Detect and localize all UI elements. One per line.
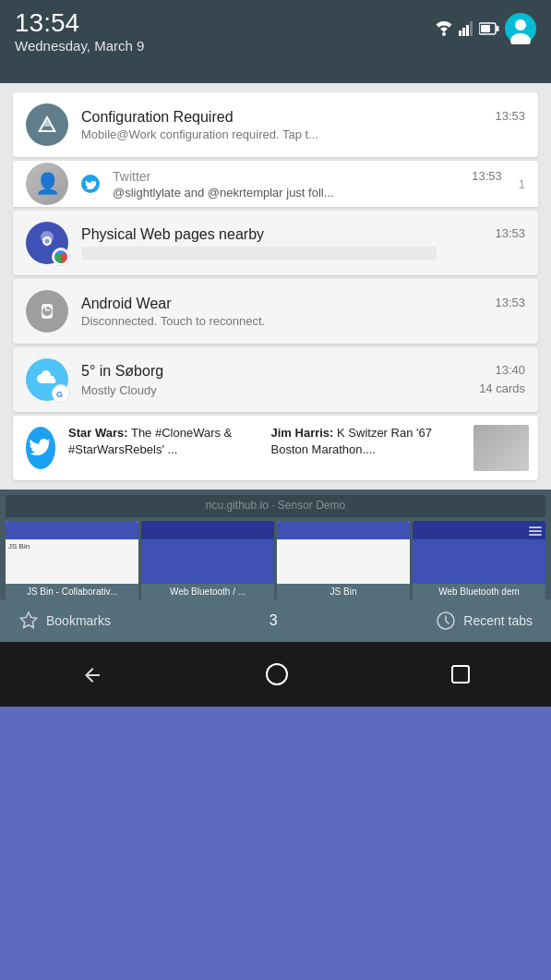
svg-rect-6: [497, 26, 499, 31]
notification-card-weather[interactable]: G 5° in Søborg 13:40 Mostly Cloudy 14 ca…: [13, 347, 538, 412]
tabs-container: ncu.github.io · Sensor Demo JS Bin JS Bi…: [0, 490, 551, 599]
config-title: Configuration Required: [81, 109, 487, 126]
bookmarks-button[interactable]: Bookmarks: [18, 611, 111, 631]
svg-point-9: [515, 19, 526, 30]
status-time: 13:54: [15, 9, 144, 38]
tab-thumb-3-header: [277, 521, 410, 539]
physweb-time: 13:53: [495, 226, 525, 240]
tab-thumb-1: JS Bin: [6, 521, 138, 584]
twitter-partial-time: 13:53: [472, 169, 502, 183]
tab-item-4[interactable]: Web Bluetooth dem: [413, 521, 545, 599]
twitter-partial-subtitle: @slightlylate and @nekrtemplar just foll…: [113, 186, 502, 200]
notification-card-twitter-double[interactable]: Star Wars: The #CloneWars & #StarWarsReb…: [13, 416, 538, 480]
tab-thumb-1-header: [6, 521, 138, 539]
notification-card-config[interactable]: Configuration Required 13:53 Mobile@Work…: [13, 92, 538, 157]
svg-rect-19: [47, 309, 50, 311]
battery-icon: [479, 22, 499, 35]
wifi-icon: [435, 21, 453, 36]
config-content: Configuration Required 13:53 Mobile@Work…: [81, 109, 525, 141]
svg-text:G: G: [56, 390, 63, 399]
notification-card-androidwear[interactable]: Android Wear 13:53 Disconnected. Touch t…: [13, 279, 538, 344]
twitter-col1: Star Wars: The #CloneWars & #StarWarsReb…: [68, 425, 262, 471]
androidwear-title: Android Wear: [81, 296, 487, 312]
svg-rect-18: [45, 307, 47, 311]
chrome-badge: [52, 248, 70, 266]
back-button[interactable]: [81, 662, 103, 686]
page-count: 3: [270, 612, 278, 629]
androidwear-subtitle: Disconnected. Touch to reconnect.: [81, 314, 525, 328]
tab-thumb-3: [277, 521, 410, 584]
weather-content: 5° in Søborg 13:40 Mostly Cloudy 14 card…: [81, 363, 525, 397]
weather-cards: 14 cards: [479, 381, 525, 395]
svg-point-0: [442, 32, 446, 36]
home-icon: [265, 662, 289, 686]
physweb-content: Physical Web pages nearby 13:53: [81, 226, 525, 260]
twitter-double-cols: Star Wars: The #CloneWars & #StarWarsReb…: [55, 416, 538, 480]
signal-icon: [459, 21, 473, 36]
tab-label-4: Web Bluetooth dem: [413, 584, 545, 599]
twitter-badge: [81, 175, 100, 193]
twitter-partial-avatar: 👤: [26, 163, 68, 205]
browser-bottom-bar: Bookmarks 3 Recent tabs: [0, 599, 551, 642]
recents-button[interactable]: [450, 664, 471, 684]
twitter-partial-title: Twitter: [113, 169, 464, 184]
nav-bar: [0, 642, 551, 707]
weather-time: 13:40: [495, 363, 525, 377]
tab-item-2[interactable]: Web Bluetooth / ...: [141, 521, 274, 599]
svg-rect-7: [481, 25, 490, 32]
twitter-col2-author: Jim Harris:: [271, 426, 334, 440]
config-subtitle: Mobile@Work configuration required. Tap …: [81, 127, 525, 141]
bookmarks-label: Bookmarks: [46, 613, 111, 628]
tab-thumb-1-content: JS Bin: [6, 539, 138, 554]
account-icon: [505, 13, 536, 44]
tab-list: JS Bin JS Bin - Collaborativ... Web Blue…: [6, 521, 545, 599]
home-button[interactable]: [265, 662, 289, 686]
tab-label-3: JS Bin: [277, 584, 410, 599]
svg-rect-2: [462, 28, 465, 36]
androidwear-time: 13:53: [495, 296, 525, 309]
status-date: Wednesday, March 9: [15, 38, 144, 54]
notification-card-twitter-partial[interactable]: 👤 Twitter 13:53 @slightlylate and @nekrt…: [13, 161, 538, 207]
google-badge: G: [52, 384, 70, 403]
tab-label-1: JS Bin - Collaborativ...: [6, 584, 138, 599]
tab-thumb-2: [141, 521, 274, 584]
status-bar: 13:54 Wednesday, March 9: [0, 0, 551, 83]
androidwear-content: Android Wear 13:53 Disconnected. Touch t…: [81, 296, 525, 328]
weather-icon: G: [26, 358, 68, 401]
twitter-small-icon: [81, 175, 100, 193]
tab-label-2: Web Bluetooth / ...: [141, 584, 274, 599]
config-icon: [26, 103, 68, 146]
mountain-icon: [34, 112, 60, 138]
status-icons: [435, 13, 536, 44]
tab-thumb-4-header: [413, 521, 545, 539]
watch-icon: [35, 299, 59, 323]
physweb-icon: [26, 222, 68, 264]
physweb-title: Physical Web pages nearby: [81, 226, 487, 243]
notification-card-physweb[interactable]: Physical Web pages nearby 13:53: [13, 211, 538, 275]
star-icon: [18, 611, 39, 631]
svg-rect-3: [466, 25, 469, 36]
tab-item-1[interactable]: JS Bin JS Bin - Collaborativ...: [6, 521, 138, 599]
clock-icon: [436, 611, 456, 631]
back-icon: [81, 664, 103, 686]
twitter-double-icon: [26, 427, 55, 469]
recents-icon: [450, 664, 471, 684]
tab-item-3[interactable]: JS Bin: [277, 521, 410, 599]
url-bar-area: ncu.github.io · Sensor Demo: [6, 495, 545, 517]
twitter-col-photo: [473, 425, 529, 471]
tab-thumb-2-header: [141, 521, 274, 539]
twitter-double-icon-container: [13, 416, 55, 480]
svg-rect-4: [470, 21, 473, 36]
physweb-extra: [81, 247, 437, 260]
twitter-count: 1: [519, 177, 525, 191]
recent-tabs-label: Recent tabs: [463, 613, 533, 628]
twitter-bird-icon: [29, 438, 53, 458]
weather-subtitle: Mostly Cloudy: [81, 383, 479, 397]
notifications-area: Configuration Required 13:53 Mobile@Work…: [0, 83, 551, 490]
svg-point-17: [42, 307, 52, 316]
svg-rect-1: [459, 30, 461, 36]
androidwear-icon: [26, 290, 68, 333]
twitter-col2: Jim Harris: K Switzer Ran '67 Boston Mar…: [271, 425, 465, 471]
recent-tabs-button[interactable]: Recent tabs: [436, 611, 533, 631]
twitter-col1-author: Star Wars:: [68, 426, 128, 440]
